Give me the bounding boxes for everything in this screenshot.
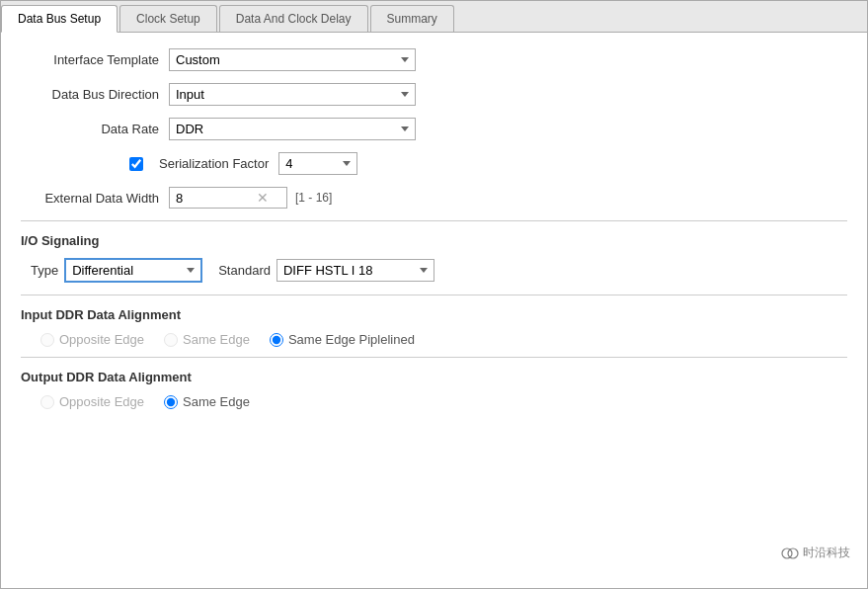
input-same-edge-pipelined-option[interactable]: Same Edge Piplelined	[270, 332, 415, 347]
output-ddr-title: Output DDR Data Alignment	[21, 370, 847, 384]
clear-external-data-width-button[interactable]: ✕	[255, 190, 271, 206]
serialization-factor-checkbox[interactable]	[129, 157, 143, 171]
tab-summary[interactable]: Summary	[370, 5, 454, 32]
external-data-width-field: ✕	[169, 187, 287, 209]
watermark: 时沿科技	[781, 545, 850, 561]
io-type-label: Type	[31, 263, 58, 278]
interface-template-select[interactable]: Custom SDR DDR	[169, 48, 416, 71]
input-opposite-edge-radio[interactable]	[40, 333, 54, 347]
tab-data-and-clock-delay[interactable]: Data And Clock Delay	[219, 5, 368, 32]
data-bus-direction-row: Data Bus Direction Input Output Bidir	[21, 83, 847, 106]
input-same-edge-pipelined-label: Same Edge Piplelined	[288, 332, 415, 347]
input-opposite-edge-label: Opposite Edge	[59, 332, 144, 347]
external-data-width-range: [1 - 16]	[295, 191, 332, 205]
input-ddr-options: Opposite Edge Same Edge Same Edge Piplel…	[40, 332, 847, 347]
input-same-edge-pipelined-radio[interactable]	[270, 333, 283, 347]
io-type-select[interactable]: Differential Single-Ended	[64, 258, 202, 283]
input-same-edge-radio[interactable]	[164, 333, 178, 347]
watermark-icon	[781, 547, 799, 560]
input-same-edge-option[interactable]: Same Edge	[164, 332, 250, 347]
output-opposite-edge-radio[interactable]	[40, 395, 54, 409]
external-data-width-row: External Data Width ✕ [1 - 16]	[21, 187, 847, 209]
external-data-width-label: External Data Width	[21, 191, 169, 206]
data-bus-direction-select[interactable]: Input Output Bidir	[169, 83, 416, 106]
external-data-width-input[interactable]	[176, 191, 255, 206]
output-same-edge-label: Same Edge	[183, 394, 250, 409]
input-same-edge-label: Same Edge	[183, 332, 250, 347]
tab-clock-setup[interactable]: Clock Setup	[119, 5, 217, 32]
input-ddr-title: Input DDR Data Alignment	[21, 307, 847, 322]
divider-input-ddr	[21, 294, 847, 295]
data-rate-select[interactable]: DDR SDR	[169, 118, 416, 140]
output-opposite-edge-label: Opposite Edge	[59, 394, 144, 409]
svg-point-1	[788, 548, 798, 558]
tab-bar: Data Bus Setup Clock Setup Data And Cloc…	[1, 1, 867, 33]
output-same-edge-radio[interactable]	[164, 395, 178, 409]
tab-data-bus-setup[interactable]: Data Bus Setup	[1, 5, 118, 33]
main-content: Interface Template Custom SDR DDR Data B…	[1, 33, 867, 588]
output-same-edge-option[interactable]: Same Edge	[164, 394, 250, 409]
serialization-factor-label: Serialization Factor	[159, 156, 269, 171]
data-bus-direction-label: Data Bus Direction	[21, 87, 169, 102]
data-rate-row: Data Rate DDR SDR	[21, 118, 847, 140]
io-type-row: Type Differential Single-Ended Standard …	[21, 258, 847, 283]
divider-io	[21, 220, 847, 221]
io-standard-label: Standard	[218, 263, 271, 278]
input-opposite-edge-option[interactable]: Opposite Edge	[40, 332, 144, 347]
output-opposite-edge-option[interactable]: Opposite Edge	[40, 394, 144, 409]
output-ddr-options: Opposite Edge Same Edge	[40, 394, 847, 409]
serialization-factor-select[interactable]: 2 4 6 8	[278, 152, 357, 175]
svg-point-0	[782, 548, 792, 558]
serialization-factor-row: Serialization Factor 2 4 6 8	[21, 152, 847, 175]
interface-template-label: Interface Template	[21, 52, 169, 67]
interface-template-row: Interface Template Custom SDR DDR	[21, 48, 847, 71]
data-rate-label: Data Rate	[21, 122, 169, 136]
divider-output-ddr	[21, 357, 847, 358]
io-signaling-title: I/O Signaling	[21, 233, 847, 248]
io-standard-select[interactable]: DIFF HSTL I 18 DIFF SSTL 18 LVDS	[276, 259, 434, 282]
